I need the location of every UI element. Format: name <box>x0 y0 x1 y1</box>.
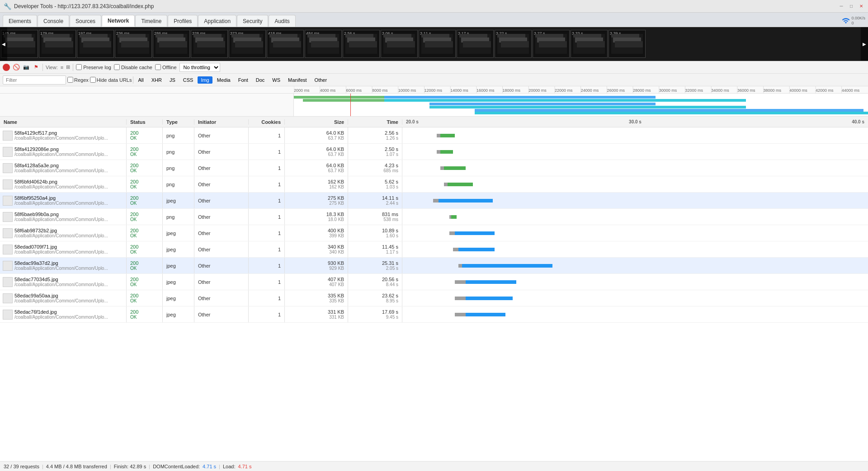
filter-btn-media[interactable]: Media <box>214 76 234 84</box>
cell-cookies: 1 <box>249 274 285 290</box>
tab-application[interactable]: Application <box>198 15 236 27</box>
tab-security[interactable]: Security <box>237 15 268 27</box>
wifi-value: 0 <box>851 21 865 26</box>
status-dom-label: DOMContentLoaded: <box>153 464 200 469</box>
col-header-size[interactable]: Size <box>285 119 348 125</box>
thumbnail-3[interactable]: 236 ms <box>115 30 152 58</box>
filter-btn-css[interactable]: CSS <box>180 76 197 84</box>
table-row[interactable]: 58edac99a50aa.jpg/coalball/Application/C… <box>0 290 868 306</box>
thumbnail-16[interactable]: 3.39 s <box>609 30 646 58</box>
table-row[interactable]: 58f6ab98732b2.jpg/coalball/Application/C… <box>0 225 868 241</box>
thumbnail-10[interactable]: 3.06 s <box>381 30 418 58</box>
filter-btn-img[interactable]: Img <box>198 76 212 84</box>
filter-btn-all[interactable]: All <box>135 76 146 84</box>
table-row[interactable]: 58fa4129cf517.png/coalball/Application/C… <box>0 127 868 144</box>
offline-checkbox[interactable]: Offline <box>155 64 177 70</box>
cell-waterfall <box>402 290 868 306</box>
status-dom-value: 4.71 s <box>203 464 216 469</box>
tab-timeline[interactable]: Timeline <box>135 15 167 27</box>
col-header-waterfall[interactable]: 20.0 s30.0 s40.0 s <box>402 119 868 124</box>
thumbnail-7[interactable]: 418 ms <box>267 30 304 58</box>
tab-elements[interactable]: Elements <box>3 15 37 27</box>
tab-audits[interactable]: Audits <box>269 15 295 27</box>
filter-btn-doc[interactable]: Doc <box>253 76 268 84</box>
tab-network[interactable]: Network <box>102 15 135 27</box>
filter-btn-js[interactable]: JS <box>166 76 179 84</box>
cell-type: png <box>163 176 194 192</box>
svg-rect-44 <box>294 96 384 99</box>
thumbnail-9[interactable]: 2.56 s <box>343 30 380 58</box>
thumbnail-11[interactable]: 3.11 s <box>419 30 456 58</box>
filter-bar: Regex Hide data URLs All XHR JS CSS Img … <box>0 74 868 86</box>
table-row[interactable]: 58f6bfd40624b.png/coalball/Application/C… <box>0 176 868 193</box>
col-header-name[interactable]: Name <box>0 119 127 125</box>
thumbnail-13[interactable]: 3.22 s <box>495 30 532 58</box>
minimize-button[interactable]: ─ <box>838 3 844 9</box>
throttle-select[interactable]: No throttling GPRS Regular 2G Good 2G Re… <box>179 63 220 72</box>
col-header-status[interactable]: Status <box>127 119 163 125</box>
cell-cookies: 1 <box>249 193 285 208</box>
thumbnail-14[interactable]: 3.27 s <box>533 30 570 58</box>
tab-console[interactable]: Console <box>38 15 69 27</box>
sep2 <box>73 64 73 71</box>
table-row[interactable]: 58f6baeb99b0a.png/coalball/Application/C… <box>0 209 868 225</box>
thumbnail-1[interactable]: 179 ms <box>39 30 76 58</box>
cell-waterfall <box>402 127 868 143</box>
col-header-initiator[interactable]: Initiator <box>194 119 249 125</box>
thumbnail-2[interactable]: 197 ms <box>77 30 114 58</box>
cell-size: 275 KB275 KB <box>285 193 348 208</box>
filter-btn-other[interactable]: Other <box>311 76 330 84</box>
devtools-main: 145 ms179 ms197 ms236 ms286 ms328 ms373 … <box>0 27 868 471</box>
cell-name: 58fa4129cf517.png/coalball/Application/C… <box>0 127 127 143</box>
col-header-type[interactable]: Type <box>163 119 194 125</box>
wifi-indicator: 0.00K/s 0 <box>842 16 865 27</box>
table-row[interactable]: 58fa4128a5a3e.png/coalball/Application/C… <box>0 160 868 176</box>
tab-profiles[interactable]: Profiles <box>168 15 198 27</box>
filter-button[interactable]: ⚑ <box>33 64 40 71</box>
cell-size: 407 KB407 KB <box>285 274 348 290</box>
filter-btn-manifest[interactable]: Manifest <box>285 76 310 84</box>
preserve-log-checkbox[interactable]: Preserve log <box>76 64 111 70</box>
list-view-button[interactable]: ≡ <box>61 65 63 70</box>
cell-time: 25.31 s2.05 s <box>348 258 402 273</box>
svg-text:6000 ms: 6000 ms <box>346 88 362 93</box>
record-button[interactable] <box>3 64 10 71</box>
thumbnail-4[interactable]: 286 ms <box>153 30 190 58</box>
filter-input[interactable] <box>3 75 66 85</box>
table-row[interactable]: 58edad0709f71.jpg/coalball/Application/C… <box>0 241 868 258</box>
cell-initiator: Other <box>194 225 249 241</box>
filter-btn-xhr[interactable]: XHR <box>148 76 165 84</box>
table-row[interactable]: 58fa41292086e.png/coalball/Application/C… <box>0 144 868 160</box>
cell-size: 64.0 KB63.7 KB <box>285 160 348 176</box>
col-header-cookies[interactable]: Cookies <box>249 119 285 125</box>
cell-type: jpeg <box>163 274 194 290</box>
thumbnail-15[interactable]: 3.33 s <box>571 30 608 58</box>
hide-data-urls-checkbox[interactable]: Hide data URLs <box>90 77 132 83</box>
cell-waterfall <box>402 144 868 160</box>
filter-btn-ws[interactable]: WS <box>269 76 283 84</box>
thumb-scroll-left[interactable]: ◀ <box>0 27 7 61</box>
filter-btn-font[interactable]: Font <box>235 76 251 84</box>
screenshot-button[interactable]: 📷 <box>23 64 30 71</box>
thumbnail-6[interactable]: 373 ms <box>229 30 266 58</box>
cell-waterfall <box>402 209 868 225</box>
disable-cache-checkbox[interactable]: Disable cache <box>114 64 152 70</box>
table-row[interactable]: 58edac76f1ded.jpg/coalball/Application/C… <box>0 306 868 323</box>
regex-checkbox[interactable]: Regex <box>67 77 89 83</box>
cell-cookies: 1 <box>249 290 285 306</box>
table-row[interactable]: 58f6bf95250a4.jpg/coalball/Application/C… <box>0 193 868 209</box>
close-button[interactable]: ✕ <box>858 3 864 9</box>
cell-waterfall <box>402 160 868 176</box>
thumbnail-12[interactable]: 3.17 s <box>457 30 494 58</box>
thumbnail-5[interactable]: 328 ms <box>191 30 228 58</box>
maximize-button[interactable]: □ <box>848 3 854 9</box>
grid-view-button[interactable]: ⊞ <box>66 64 70 70</box>
cell-waterfall <box>402 306 868 322</box>
thumb-scroll-right[interactable]: ▶ <box>861 27 868 61</box>
thumbnail-8[interactable]: 484 ms <box>305 30 342 58</box>
col-header-time[interactable]: Time <box>348 119 402 125</box>
clear-button[interactable]: 🚫 <box>13 64 20 71</box>
table-row[interactable]: 58edac99a37d2.jpg/coalball/Application/C… <box>0 258 868 274</box>
table-row[interactable]: 58edac77034d5.jpg/coalball/Application/C… <box>0 274 868 290</box>
tab-sources[interactable]: Sources <box>70 15 101 27</box>
